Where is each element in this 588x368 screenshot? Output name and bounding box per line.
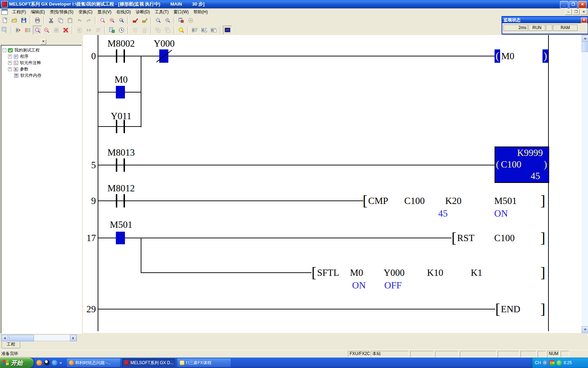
monitor-mode-icon[interactable] [33,26,42,35]
expand-icon[interactable]: + [8,55,12,59]
scroll-left-icon[interactable] [1,335,8,341]
skip-icon[interactable] [84,26,93,35]
screen-color-icon[interactable] [223,26,232,35]
find-icon[interactable] [98,16,107,25]
save-icon[interactable] [19,16,28,25]
scrollbar-thumb[interactable] [9,335,34,341]
menu-diagnostics[interactable]: 诊断(D) [133,8,153,16]
ladder-vertical-scrollbar[interactable] [582,35,588,333]
menu-project[interactable]: 工程(F) [10,8,28,16]
monitor-status-window[interactable]: 监视状态 ✕ 2ms RUN RAM [502,16,588,34]
no-contact-m8013[interactable] [116,158,125,172]
chevron-icon[interactable]: » [59,360,62,365]
menu-tools[interactable]: 工具(T) [152,8,171,16]
zoom-out-icon[interactable] [154,16,163,25]
note-icon[interactable] [140,26,149,35]
project-tree[interactable]: - 我的测试工程 + 程序 + 软元件注释 + 参数 软元件内存 [1,45,82,334]
scroll-right-icon[interactable] [70,335,77,341]
close-button[interactable]: ✕ [578,1,587,8]
menu-find-replace[interactable]: 查找/替换(S) [47,8,76,16]
child-minimize-button[interactable]: – [565,9,572,15]
title-bar[interactable]: MELSOFT系列 GX Developer I:\提氢\我的测试工程 - [梯… [0,0,588,8]
write-mode-icon[interactable] [131,16,140,25]
coil-open-energized[interactable]: ( [495,49,500,63]
firefox-icon[interactable] [36,360,42,366]
no-contact-m8002[interactable] [116,49,125,63]
device-test-icon[interactable] [14,26,23,35]
tree-node-root[interactable]: - 我的测试工程 [2,47,40,53]
paste-icon[interactable] [65,16,75,25]
menu-view[interactable]: 显示(V) [95,8,114,16]
stop-monitor-icon[interactable] [61,26,70,35]
open-project-icon[interactable] [10,16,19,25]
partial-run-icon[interactable] [94,26,103,35]
device-batch-icon[interactable] [23,26,33,35]
scroll-down-icon[interactable] [582,326,588,333]
undo-icon[interactable] [75,16,84,25]
start-button[interactable]: 开始 [0,357,34,368]
menu-online[interactable]: 在线(O) [114,8,133,16]
copy-icon[interactable] [56,16,65,25]
tree-horizontal-scrollbar[interactable] [1,334,77,341]
menu-convert[interactable]: 变换(C) [76,8,95,16]
monitor-status-titlebar[interactable]: 监视状态 ✕ [502,17,588,23]
project-data-list-icon[interactable] [177,16,186,25]
expand-icon[interactable]: + [8,61,12,65]
step-run-icon[interactable] [75,26,84,35]
pause-monitor-icon[interactable] [52,26,61,35]
security-shield-icon[interactable] [556,360,562,366]
no-contact-m8012[interactable] [116,194,125,207]
statement-icon[interactable]: Z [131,26,140,35]
monitor-close-icon[interactable]: ✕ [581,18,587,23]
scroll-up-icon[interactable] [582,35,588,42]
tree-node-device-comment[interactable]: + 软元件注释 [8,60,41,66]
scrollbar-thumb[interactable] [582,41,588,52]
statement-display-icon[interactable] [200,26,209,35]
cascade-window-icon[interactable] [163,26,172,35]
tree-node-program[interactable]: + 程序 [8,54,28,59]
coil-close-energized[interactable]: ) [542,49,548,63]
maximize-button[interactable]: ❐ [569,1,578,8]
zoom-in-icon[interactable] [163,16,172,25]
ie-icon[interactable] [52,360,57,366]
child-close-button[interactable]: ✕ [580,9,587,15]
qq-icon[interactable] [44,360,50,366]
tree-node-device-memory[interactable]: 软元件内存 [14,73,41,78]
collapse-icon[interactable]: - [2,48,6,52]
menu-window[interactable]: 窗口(W) [171,8,191,16]
ladder-symbol-icon[interactable] [0,26,9,35]
print-icon[interactable] [33,16,42,25]
cut-icon[interactable] [47,16,56,25]
tile-window-icon[interactable] [154,26,163,35]
menu-help[interactable]: 帮助(H) [191,8,210,16]
macro-icon[interactable] [186,16,195,25]
no-contact-y011[interactable] [116,120,125,133]
no-contact-m501-energized[interactable] [116,232,125,244]
child-restore-button[interactable]: ❐ [573,9,580,15]
tree-node-parameter[interactable]: + 参数 [8,66,28,72]
find-string-icon[interactable]: AB [117,16,126,25]
new-file-icon[interactable] [0,16,9,25]
minimize-button[interactable]: _ [560,1,568,8]
note-display-icon[interactable] [209,26,218,35]
comment-search-icon[interactable] [177,26,186,35]
project-tab[interactable]: 工程 [1,341,20,348]
menu-edit[interactable]: 编辑(E) [28,8,47,16]
redo-icon[interactable] [84,16,93,25]
no-contact-m0-energized[interactable] [116,86,125,98]
task-explorer-folder[interactable]: I:\三菱FX课程 [177,359,231,367]
ime-icon[interactable]: EN [550,360,555,366]
task-gx-developer[interactable]: MELSOFT系列 GX D... [122,359,175,367]
expand-icon[interactable]: + [8,67,12,71]
insert-mode-icon[interactable] [140,16,149,25]
mdi-child-icon[interactable] [1,9,8,15]
counter-coil-c100[interactable]: K9999 ( C100 ) 45 [495,146,549,183]
comment-display-icon[interactable] [190,26,200,35]
task-firefox[interactable]: 和利时组态问题 -... [67,359,120,367]
language-bar-icon[interactable]: ‹ [542,360,548,366]
monitor-write-icon[interactable] [42,26,51,35]
project-panel-close-icon[interactable]: ✕ [41,39,46,45]
program-check-icon[interactable] [107,26,117,35]
ladder-editor[interactable] [83,35,582,333]
sampling-trace-icon[interactable] [117,26,126,35]
